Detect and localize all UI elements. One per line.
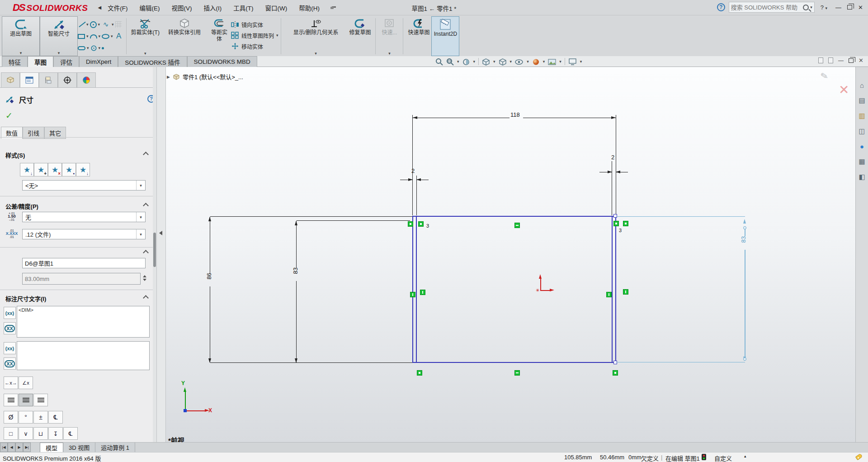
horizontal-dim-text-button[interactable]: ←x→ (4, 376, 18, 389)
countersink-symbol-button[interactable]: ∨ (19, 427, 33, 440)
precision-select-caret-icon[interactable]: ▾ (136, 229, 145, 239)
dim-height-label[interactable]: 86 (206, 273, 212, 279)
search-caret-icon[interactable]: ▾ (810, 5, 812, 9)
sketch-line-left-inner[interactable] (416, 216, 417, 363)
tolerance-select[interactable]: 无 ▾ (22, 212, 146, 222)
primary-value-collapse-icon[interactable] (143, 250, 149, 256)
constraint-vertical-icon[interactable] (606, 292, 612, 297)
new-window-icon[interactable] (818, 57, 823, 63)
design-library-icon[interactable]: ▤ (859, 96, 865, 105)
doc-close-button[interactable]: ✕ (859, 57, 863, 64)
delete-style-button[interactable]: ★× (48, 163, 62, 176)
prev-tab-button[interactable]: ◀ (8, 443, 15, 452)
text-tool-icon[interactable]: A (114, 32, 123, 41)
arc-tool-icon[interactable] (90, 34, 97, 38)
first-tab-button[interactable]: |◀ (0, 443, 8, 452)
centerline-symbol-button[interactable]: ℄ (48, 411, 63, 424)
tolerance-collapse-icon[interactable] (143, 203, 149, 209)
constraint-coincident-icon[interactable] (613, 370, 618, 376)
tab-dimxpert[interactable]: DimXpert (79, 56, 118, 67)
confirm-corner-sketch-icon[interactable]: ✎ (820, 70, 829, 82)
view-settings-icon[interactable] (568, 58, 577, 66)
dimension-text-collapse-icon[interactable] (143, 295, 149, 301)
justify-center-button[interactable] (19, 394, 33, 406)
plusminus-symbol-button[interactable]: ± (33, 411, 48, 424)
more-symbols-button[interactable]: ℄ (63, 427, 78, 440)
add-style-button[interactable]: ★+ (34, 163, 48, 176)
dimxpert-manager-tab[interactable] (58, 72, 77, 87)
degree-symbol-button[interactable]: ° (19, 411, 33, 424)
constraint-coincident-icon[interactable] (417, 370, 422, 376)
tile-window-icon[interactable] (828, 57, 833, 63)
add-parenthesis-button-2[interactable]: (xx) (4, 342, 16, 354)
constraint-coincident-icon[interactable] (613, 221, 619, 226)
depth-symbol-button[interactable]: ↧ (48, 427, 63, 440)
preview-handle-icon[interactable] (743, 357, 746, 361)
constraint-horizontal-icon[interactable] (514, 370, 520, 376)
value-spinner[interactable] (142, 275, 147, 281)
counterbore-symbol-button[interactable]: ⊔ (33, 427, 48, 440)
load-style-button[interactable]: ★↓ (76, 163, 90, 176)
minimize-button[interactable]: — (833, 4, 844, 11)
last-tab-button[interactable]: ▶| (23, 443, 31, 452)
tab-motion-study[interactable]: 运动算例 1 (95, 443, 135, 452)
custom-properties-icon[interactable]: ▦ (859, 157, 865, 166)
polygon-tool-icon[interactable] (91, 45, 96, 51)
style-section-header[interactable]: 样式(S) (5, 151, 25, 159)
diameter-symbol-button[interactable]: Ø (4, 411, 18, 424)
dim-inner-height-label[interactable]: 83 (292, 267, 299, 274)
doc-restore-button[interactable] (849, 58, 854, 63)
search-input[interactable] (731, 4, 803, 11)
add-parenthesis-button[interactable]: (xx) (4, 307, 16, 319)
file-explorer-icon[interactable]: ▥ (859, 112, 865, 120)
panel-collapse-icon[interactable] (159, 231, 162, 235)
help-circle-icon[interactable]: ? (717, 3, 725, 11)
tab-sketch[interactable]: 草图 (28, 56, 53, 67)
tab-evaluate[interactable]: 评估 (53, 56, 79, 67)
tolerance-section-header[interactable]: 公差/精度(P) (5, 202, 38, 210)
spline-tool-icon[interactable]: ∿ (101, 20, 110, 29)
tab-3d-views[interactable]: 3D 视图 (63, 443, 95, 452)
inspection-dimension-button[interactable]: XX (4, 322, 16, 334)
dim-lip-left-label[interactable]: 2 (411, 167, 415, 174)
dimension-text-input-2[interactable] (17, 341, 150, 370)
close-button[interactable]: ✕ (856, 4, 865, 11)
performance-light-icon[interactable] (702, 454, 706, 460)
offset-entities-button[interactable]: 等距实体 (208, 16, 231, 56)
dimension-value-field[interactable] (22, 273, 141, 285)
dimension-text-section-header[interactable]: 标注尺寸文字(I) (5, 294, 46, 303)
constraint-coincident-icon[interactable] (418, 221, 424, 227)
feature-tree-flyout[interactable]: ▶ 零件1 (默认<<默认>_... (167, 72, 243, 81)
dimension-text-input[interactable]: <DIM> (17, 306, 150, 338)
tab-features[interactable]: 特征 (2, 56, 28, 67)
apply-scene-icon[interactable] (548, 58, 556, 66)
justify-right-button[interactable] (33, 394, 48, 406)
rapid-sketch-button[interactable]: 快速草图 (406, 16, 431, 56)
units-selector[interactable]: 自定义 (714, 454, 732, 462)
style-select-caret-icon[interactable]: ▾ (136, 181, 145, 190)
dimension-name-field[interactable] (22, 258, 146, 268)
tab-sw-addins[interactable]: SOLIDWORKS 插件 (118, 56, 187, 67)
precision-select[interactable]: .12 (文件) ▾ (22, 229, 146, 239)
origin-point-icon[interactable]: ✳ (536, 288, 539, 293)
doc-minimize-button[interactable]: — (838, 57, 844, 64)
apply-default-style-button[interactable]: ★↓ (20, 163, 34, 176)
property-manager-tab[interactable] (20, 72, 39, 87)
tab-sw-mbd[interactable]: SOLIDWORKS MBD (187, 56, 257, 67)
tree-expand-icon[interactable]: ▶ (167, 75, 170, 79)
edit-appearance-icon[interactable] (532, 58, 540, 66)
feature-tree-tab[interactable] (1, 72, 20, 87)
tolerance-select-caret-icon[interactable]: ▾ (136, 212, 145, 222)
constraint-coincident-icon[interactable] (623, 221, 628, 226)
tab-model[interactable]: 模型 (40, 443, 63, 452)
sketch-line-top[interactable] (412, 216, 616, 217)
style-select[interactable]: <无> ▾ (22, 180, 146, 191)
justify-left-button[interactable] (4, 394, 18, 406)
convert-entities-button[interactable]: 转换实体引用 (161, 16, 208, 56)
panel-scrollbar[interactable] (153, 67, 156, 442)
graphics-viewport[interactable]: ▶ 零件1 (默认<<默认>_... ✎ ✕ 118 2 (166, 67, 855, 442)
help-menu-button[interactable]: ? ▾ (818, 4, 830, 11)
save-style-button[interactable]: ★▪ (62, 163, 76, 176)
resources-home-icon[interactable]: ⌂ (860, 81, 864, 89)
smart-dimension-button[interactable]: 智能尺寸 ▾ (40, 16, 78, 56)
